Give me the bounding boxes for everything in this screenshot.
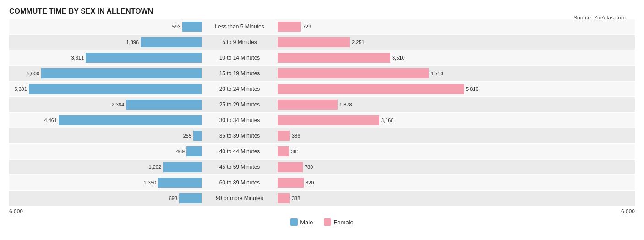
right-side: 361 bbox=[278, 144, 470, 159]
male-value: 593 bbox=[172, 24, 180, 29]
male-bar bbox=[193, 131, 202, 141]
female-bar bbox=[278, 37, 350, 47]
table-row: 5,39120 to 24 Minutes5,816 bbox=[9, 82, 635, 96]
female-value: 361 bbox=[291, 149, 299, 154]
table-row: 3,61110 to 14 Minutes3,510 bbox=[9, 50, 635, 65]
table-row: 5,00015 to 19 Minutes4,710 bbox=[9, 66, 635, 81]
male-value: 1,896 bbox=[126, 39, 139, 45]
left-side: 469 bbox=[9, 144, 202, 159]
left-side: 1,202 bbox=[9, 160, 202, 174]
axis-left-label: 6,000 bbox=[9, 208, 23, 215]
legend-female: Female bbox=[324, 218, 353, 226]
female-bar bbox=[278, 178, 304, 188]
male-value: 469 bbox=[176, 149, 185, 154]
right-side: 388 bbox=[278, 191, 470, 206]
female-bar bbox=[278, 84, 464, 94]
female-value: 2,251 bbox=[352, 39, 365, 45]
male-value: 3,611 bbox=[71, 55, 84, 61]
right-side: 2,251 bbox=[278, 35, 470, 50]
row-label: 10 to 14 Minutes bbox=[202, 55, 278, 61]
female-bar bbox=[278, 53, 390, 63]
table-row: 46940 to 44 Minutes361 bbox=[9, 144, 635, 159]
male-value: 5,391 bbox=[14, 86, 27, 92]
left-side: 3,611 bbox=[9, 50, 202, 65]
female-value: 3,510 bbox=[392, 55, 405, 61]
female-value: 388 bbox=[292, 195, 300, 201]
male-bar bbox=[41, 68, 202, 78]
male-bar bbox=[182, 22, 202, 32]
left-side: 1,350 bbox=[9, 175, 202, 190]
male-bar bbox=[163, 162, 202, 172]
male-value: 255 bbox=[183, 133, 191, 139]
row-label: 20 to 24 Minutes bbox=[202, 86, 278, 92]
rows-container: 593Less than 5 Minutes7291,8965 to 9 Min… bbox=[9, 19, 635, 206]
female-value: 820 bbox=[306, 180, 314, 185]
axis-labels: 6,000 6,000 bbox=[9, 208, 635, 215]
left-side: 4,461 bbox=[9, 113, 202, 128]
right-side: 386 bbox=[278, 128, 470, 143]
row-label: 60 to 89 Minutes bbox=[202, 179, 278, 186]
female-bar bbox=[278, 146, 289, 156]
male-bar bbox=[179, 193, 202, 203]
row-label: 5 to 9 Minutes bbox=[202, 39, 278, 45]
female-value: 4,710 bbox=[431, 71, 443, 76]
female-bar bbox=[278, 68, 429, 78]
female-value: 729 bbox=[303, 24, 311, 29]
female-bar bbox=[278, 131, 290, 141]
row-label: 30 to 34 Minutes bbox=[202, 117, 278, 123]
legend-female-label: Female bbox=[333, 219, 353, 226]
female-value: 1,878 bbox=[339, 102, 352, 107]
table-row: 69390 or more Minutes388 bbox=[9, 191, 635, 206]
row-label: 90 or more Minutes bbox=[202, 195, 278, 201]
axis-right-label: 6,000 bbox=[621, 208, 635, 215]
female-value: 780 bbox=[305, 164, 313, 170]
table-row: 1,8965 to 9 Minutes2,251 bbox=[9, 35, 635, 50]
male-bar bbox=[59, 115, 202, 125]
male-bar bbox=[29, 84, 202, 94]
table-row: 25535 to 39 Minutes386 bbox=[9, 128, 635, 143]
right-side: 3,510 bbox=[278, 50, 470, 65]
male-bar bbox=[186, 146, 202, 156]
left-side: 255 bbox=[9, 128, 202, 143]
male-bar bbox=[86, 53, 202, 63]
male-value: 1,350 bbox=[143, 180, 156, 185]
female-bar bbox=[278, 193, 290, 203]
right-side: 3,168 bbox=[278, 113, 470, 128]
right-side: 729 bbox=[278, 19, 470, 34]
table-row: 1,20245 to 59 Minutes780 bbox=[9, 160, 635, 174]
male-value: 5,000 bbox=[27, 71, 39, 76]
row-label: 15 to 19 Minutes bbox=[202, 70, 278, 77]
female-value: 3,168 bbox=[381, 117, 394, 123]
legend-male-box bbox=[290, 218, 298, 226]
left-side: 693 bbox=[9, 191, 202, 206]
table-row: 593Less than 5 Minutes729 bbox=[9, 19, 635, 34]
legend: Male Female bbox=[9, 218, 635, 226]
male-bar bbox=[141, 37, 202, 47]
row-label: 40 to 44 Minutes bbox=[202, 148, 278, 155]
legend-male: Male bbox=[290, 218, 313, 226]
legend-male-label: Male bbox=[300, 219, 313, 226]
female-bar bbox=[278, 115, 379, 125]
male-value: 1,202 bbox=[148, 164, 161, 170]
male-value: 693 bbox=[169, 195, 177, 201]
left-side: 5,000 bbox=[9, 66, 202, 81]
row-label: 45 to 59 Minutes bbox=[202, 164, 278, 170]
right-side: 5,816 bbox=[278, 82, 470, 96]
right-side: 4,710 bbox=[278, 66, 470, 81]
right-side: 820 bbox=[278, 175, 470, 190]
row-label: 35 to 39 Minutes bbox=[202, 133, 278, 139]
left-side: 2,364 bbox=[9, 97, 202, 112]
left-side: 593 bbox=[9, 19, 202, 34]
right-side: 780 bbox=[278, 160, 470, 174]
table-row: 4,46130 to 34 Minutes3,168 bbox=[9, 113, 635, 128]
table-row: 1,35060 to 89 Minutes820 bbox=[9, 175, 635, 190]
table-row: 2,36425 to 29 Minutes1,878 bbox=[9, 97, 635, 112]
male-value: 4,461 bbox=[44, 117, 57, 123]
left-side: 5,391 bbox=[9, 82, 202, 96]
female-value: 386 bbox=[292, 133, 300, 139]
row-label: 25 to 29 Minutes bbox=[202, 101, 278, 108]
female-bar bbox=[278, 100, 338, 110]
legend-female-box bbox=[324, 218, 331, 226]
chart-area: 593Less than 5 Minutes7291,8965 to 9 Min… bbox=[9, 19, 635, 226]
female-value: 5,816 bbox=[466, 86, 479, 92]
